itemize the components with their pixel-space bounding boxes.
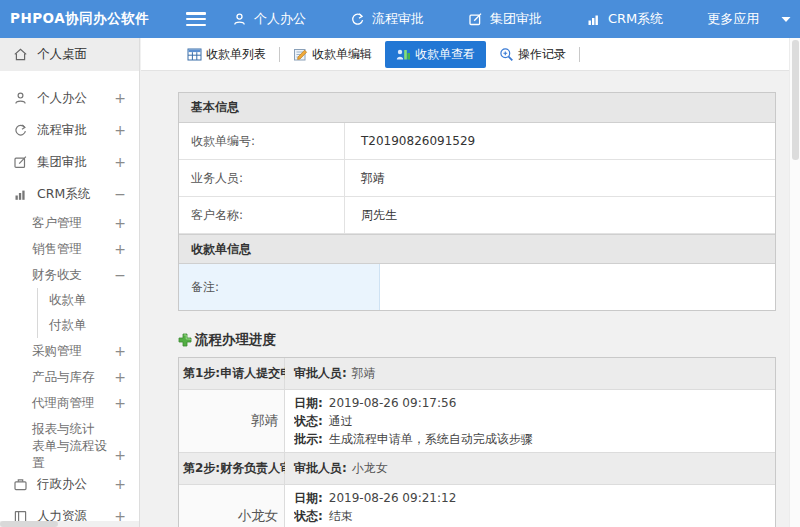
bar-chart-icon — [586, 12, 601, 27]
sidebar-item-customer-mgmt[interactable]: 客户管理 + — [0, 210, 139, 236]
expand-indicator: + — [114, 369, 126, 385]
topnav-workflow-approval[interactable]: 流程审批 — [350, 10, 424, 28]
detail-value: 2019-08-26 09:17:56 — [329, 396, 456, 410]
field-label: 备注: — [179, 264, 380, 310]
topnav-label: 更多应用 — [707, 10, 759, 28]
detail-value: 通过 — [329, 414, 353, 428]
tab-bar: 收款单列表 收款单编辑 收款单查看 操作记录 — [141, 38, 800, 71]
add-icon — [178, 333, 192, 347]
horizontal-scrollbar[interactable] — [0, 521, 140, 527]
tab-label: 收款单编辑 — [312, 46, 372, 63]
form-row-remark: 备注: — [179, 264, 775, 310]
topnav-label: 个人办公 — [254, 10, 306, 28]
workflow-step-detail: 郭靖 日期:2019-08-26 09:17:56 状态:通过 批示:生成流程申… — [179, 390, 775, 453]
chevron-down-icon — [781, 16, 791, 23]
edit-icon — [468, 12, 483, 27]
section-header-receipt-info: 收款单信息 — [179, 234, 775, 264]
approver-value: 小龙女 — [352, 461, 388, 475]
sidebar-item-label: 客户管理 — [32, 215, 82, 232]
tab-separator — [579, 47, 580, 62]
workflow-progress-title: 流程办理进度 — [178, 331, 776, 349]
form-row-business-person: 业务人员: 郭靖 — [179, 160, 775, 197]
form-row-customer-name: 客户名称: 周先生 — [179, 197, 775, 234]
expand-indicator: + — [114, 395, 126, 411]
sidebar-item-crm-system[interactable]: CRM系统 − — [0, 178, 139, 210]
expand-indicator: + — [114, 90, 126, 106]
menu-toggle-icon[interactable] — [186, 12, 206, 26]
sidebar: 个人桌面 个人办公 + 流程审批 + 集团审批 + CRM系统 − 客户管理 +… — [0, 38, 140, 527]
detail-label: 日期: — [294, 396, 323, 410]
receipt-detail-panel: 基本信息 收款单编号: T20190826091529 业务人员: 郭靖 客户名… — [178, 92, 776, 311]
detail-line-comment: 批示:生成流程申请单，系统自动完成该步骤 — [294, 430, 775, 448]
main-area: 收款单列表 收款单编辑 收款单查看 操作记录 基本信息 收 — [141, 38, 800, 527]
tab-receipt-view[interactable]: 收款单查看 — [385, 41, 486, 68]
sidebar-item-label: 表单与流程设置 — [32, 438, 114, 472]
sidebar-item-label: 行政办公 — [37, 476, 87, 493]
field-value: 郭靖 — [345, 160, 775, 196]
sidebar-item-label: 报表与统计 — [32, 421, 95, 438]
sidebar-item-label: 个人办公 — [37, 90, 87, 107]
view-chart-icon — [396, 47, 411, 62]
detail-line-date: 日期:2019-08-26 09:21:12 — [294, 489, 775, 507]
sidebar-item-agent-mgmt[interactable]: 代理商管理 + — [0, 390, 139, 416]
sidebar-item-label: 付款单 — [49, 317, 87, 334]
step-name: 第2步:财务负责人审批 — [179, 453, 285, 484]
step-name: 第1步:申请人提交申请 — [179, 358, 285, 389]
briefcase-icon — [13, 477, 28, 492]
bar-chart-icon — [13, 187, 28, 202]
sidebar-item-workflow-approval[interactable]: 流程审批 + — [0, 114, 139, 146]
field-label: 业务人员: — [179, 160, 345, 196]
field-label: 收款单编号: — [179, 123, 345, 159]
edit-note-icon — [293, 47, 308, 62]
step-approver: 审批人员:郭靖 — [285, 358, 775, 389]
app-brand: PHPOA协同办公软件 — [0, 10, 186, 28]
expand-indicator: + — [114, 343, 126, 359]
detail-value: 结束 — [329, 509, 353, 523]
tab-receipt-edit[interactable]: 收款单编辑 — [286, 42, 379, 67]
approver-name: 郭靖 — [179, 390, 285, 452]
sidebar-item-label: 流程审批 — [37, 122, 87, 139]
sidebar-item-form-workflow-settings[interactable]: 表单与流程设置 + — [0, 442, 139, 468]
step-approver: 审批人员:小龙女 — [285, 453, 775, 484]
sidebar-item-personal-office[interactable]: 个人办公 + — [0, 82, 139, 114]
step-detail-lines: 日期:2019-08-26 09:17:56 状态:通过 批示:生成流程申请单，… — [285, 390, 775, 452]
tab-label: 收款单列表 — [206, 46, 266, 63]
edit-icon — [13, 155, 28, 170]
topnav-crm-system[interactable]: CRM系统 — [586, 10, 663, 28]
person-icon — [13, 91, 28, 106]
expand-indicator: + — [114, 447, 126, 463]
form-row-receipt-number: 收款单编号: T20190826091529 — [179, 123, 775, 160]
detail-label: 状态: — [294, 414, 323, 428]
workflow-step-header: 第2步:财务负责人审批 审批人员:小龙女 — [179, 453, 775, 485]
topnav-personal-office[interactable]: 个人办公 — [232, 10, 306, 28]
vertical-scrollbar[interactable] — [789, 38, 800, 527]
sidebar-item-label: 采购管理 — [32, 343, 82, 360]
sidebar-item-sales-mgmt[interactable]: 销售管理 + — [0, 236, 139, 262]
sidebar-item-receipt-order[interactable]: 收款单 — [37, 288, 139, 313]
sidebar-item-personal-desktop[interactable]: 个人桌面 — [0, 38, 139, 71]
approver-label: 审批人员: — [294, 461, 347, 475]
field-label: 客户名称: — [179, 197, 345, 233]
sidebar-item-label: 集团审批 — [37, 154, 87, 171]
topnav-group-approval[interactable]: 集团审批 — [468, 10, 542, 28]
field-value: 周先生 — [345, 197, 775, 233]
topnav-label: 流程审批 — [372, 10, 424, 28]
table-icon — [187, 47, 202, 62]
tab-label: 操作记录 — [518, 46, 566, 63]
sidebar-item-admin-office[interactable]: 行政办公 + — [0, 468, 139, 500]
topnav-label: 集团审批 — [490, 10, 542, 28]
expand-indicator: + — [114, 154, 126, 170]
detail-label: 状态: — [294, 509, 323, 523]
topnav-more-apps[interactable]: 更多应用 — [707, 10, 791, 28]
detail-label: 日期: — [294, 491, 323, 505]
detail-value: 2019-08-26 09:21:12 — [329, 491, 456, 505]
tab-operation-log[interactable]: 操作记录 — [492, 42, 573, 67]
sidebar-item-purchase-mgmt[interactable]: 采购管理 + — [0, 338, 139, 364]
sidebar-item-payment-order[interactable]: 付款单 — [37, 313, 139, 338]
zoom-in-icon — [499, 47, 514, 62]
sidebar-item-label: 代理商管理 — [32, 395, 95, 412]
sidebar-item-finance[interactable]: 财务收支 − — [0, 262, 139, 288]
sidebar-item-product-inventory[interactable]: 产品与库存 + — [0, 364, 139, 390]
sidebar-item-group-approval[interactable]: 集团审批 + — [0, 146, 139, 178]
tab-receipt-list[interactable]: 收款单列表 — [180, 42, 273, 67]
